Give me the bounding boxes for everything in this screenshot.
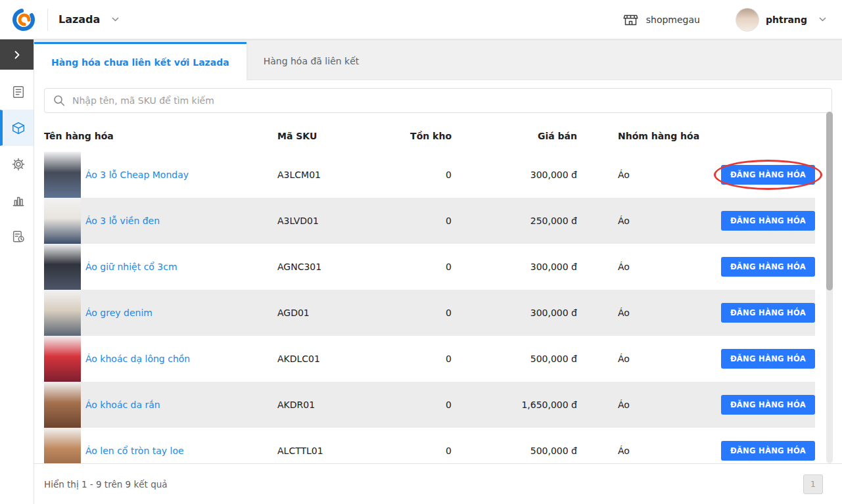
sidebar-item-transactions[interactable]: [0, 218, 34, 254]
product-name-link[interactable]: Áo 3 lỗ viền đen: [85, 216, 160, 226]
sidebar-item-reports[interactable]: [0, 182, 34, 218]
product-thumbnail: [44, 198, 81, 244]
price-cell: 250,000 đ: [452, 216, 577, 226]
sku-cell: AKDR01: [277, 400, 402, 410]
table-header-row: Tên hàng hóa Mã SKU Tồn kho Giá bán Nhóm…: [44, 120, 815, 152]
action-cell: ĐĂNG HÀNG HÓA: [716, 349, 815, 369]
publish-button-wrap: ĐĂNG HÀNG HÓA: [721, 349, 815, 369]
store-name: shopmegau: [646, 14, 700, 25]
action-cell: ĐĂNG HÀNG HÓA: [716, 257, 815, 277]
table-row: Áo len cổ tròn tay loe ALCTTL01 0 500,00…: [44, 428, 815, 463]
main-area: Hàng hóa chưa liên kết với Lazada Hàng h…: [34, 39, 842, 504]
gear-icon: [11, 157, 26, 172]
tab-bar: Hàng hóa chưa liên kết với Lazada Hàng h…: [34, 39, 842, 80]
sidebar-item-products[interactable]: [0, 110, 34, 146]
topbar-right: shopmegau phtrang: [623, 8, 826, 32]
publish-button-wrap: ĐĂNG HÀNG HÓA: [721, 211, 815, 231]
table-row: Áo khoác dạ lông chồn AKDLC01 0 500,000 …: [44, 336, 815, 382]
table-row: Áo grey denim AGD01 0 300,000 đ Áo ĐĂNG …: [44, 290, 815, 336]
stock-cell: 0: [402, 446, 452, 456]
action-cell: ĐĂNG HÀNG HÓA: [716, 395, 815, 415]
user-menu[interactable]: phtrang: [736, 8, 826, 32]
channel-selector[interactable]: Lazada: [58, 13, 119, 26]
column-header-price: Giá bán: [452, 131, 577, 141]
stock-cell: 0: [402, 400, 452, 410]
product-thumbnail: [44, 152, 81, 198]
table-row: Áo khoác da rắn AKDR01 0 1,650,000 đ Áo …: [44, 382, 815, 428]
publish-button[interactable]: ĐĂNG HÀNG HÓA: [721, 441, 815, 461]
sidebar: [0, 39, 34, 504]
scrollbar-track[interactable]: [826, 112, 833, 463]
action-cell: ĐĂNG HÀNG HÓA: [716, 441, 815, 461]
package-icon: [11, 121, 26, 135]
publish-button-wrap: ĐĂNG HÀNG HÓA: [721, 395, 815, 415]
publish-button[interactable]: ĐĂNG HÀNG HÓA: [721, 211, 815, 231]
page-title: Lazada: [58, 13, 100, 26]
price-cell: 500,000 đ: [452, 446, 577, 456]
action-cell: ĐĂNG HÀNG HÓA: [716, 303, 815, 323]
product-cell: Áo len cổ tròn tay loe: [44, 428, 277, 463]
product-cell: Áo giữ nhiệt cổ 3cm: [44, 244, 277, 290]
app-window: Lazada shopmegau phtrang: [0, 0, 842, 504]
group-cell: Áo: [577, 354, 716, 364]
publish-button[interactable]: ĐĂNG HÀNG HÓA: [721, 395, 815, 415]
product-thumbnail: [44, 244, 81, 290]
product-cell: Áo khoác da rắn: [44, 382, 277, 428]
column-header-name: Tên hàng hóa: [44, 131, 277, 141]
price-cell: 1,650,000 đ: [452, 400, 577, 410]
tab-unlinked-products[interactable]: Hàng hóa chưa liên kết với Lazada: [34, 42, 246, 80]
sidebar-expand-button[interactable]: [0, 39, 34, 70]
sidebar-item-invoices[interactable]: [0, 74, 34, 110]
products-table: Tên hàng hóa Mã SKU Tồn kho Giá bán Nhóm…: [44, 120, 815, 463]
stock-cell: 0: [402, 262, 452, 272]
avatar: [736, 8, 759, 32]
product-cell: Áo grey denim: [44, 290, 277, 336]
publish-button-wrap: ĐĂNG HÀNG HÓA: [721, 441, 815, 461]
search-bar: [44, 88, 832, 113]
chevron-down-icon: [112, 17, 119, 22]
tab-linked-products[interactable]: Hàng hóa đã liên kết: [246, 43, 377, 80]
group-cell: Áo: [577, 170, 716, 180]
column-header-group: Nhóm hàng hóa: [577, 131, 716, 141]
content-panel: Tên hàng hóa Mã SKU Tồn kho Giá bán Nhóm…: [34, 80, 842, 463]
results-summary: Hiển thị 1 - 9 trên 9 kết quả: [44, 479, 168, 490]
store-info: shopmegau: [623, 12, 700, 26]
product-name-link[interactable]: Áo grey denim: [85, 308, 152, 318]
group-cell: Áo: [577, 216, 716, 226]
product-cell: Áo 3 lỗ viền đen: [44, 198, 277, 244]
group-cell: Áo: [577, 308, 716, 318]
column-header-sku: Mã SKU: [277, 131, 402, 141]
action-cell: ĐĂNG HÀNG HÓA: [716, 165, 815, 185]
scrollbar-thumb[interactable]: [826, 112, 833, 290]
sku-cell: ALCTTL01: [277, 446, 402, 456]
stock-cell: 0: [402, 170, 452, 180]
publish-button[interactable]: ĐĂNG HÀNG HÓA: [721, 165, 815, 185]
price-cell: 500,000 đ: [452, 354, 577, 364]
search-input[interactable]: [72, 95, 823, 106]
bar-chart-icon: [11, 193, 26, 208]
publish-button-wrap: ĐĂNG HÀNG HÓA: [721, 303, 815, 323]
publish-button[interactable]: ĐĂNG HÀNG HÓA: [721, 349, 815, 369]
publish-button-wrap: ĐĂNG HÀNG HÓA: [721, 165, 815, 185]
chevron-right-icon: [14, 51, 20, 59]
page-1-button[interactable]: 1: [803, 474, 823, 494]
product-thumbnail: [44, 336, 81, 382]
sidebar-nav: [0, 70, 34, 254]
publish-button[interactable]: ĐĂNG HÀNG HÓA: [721, 303, 815, 323]
publish-button-wrap: ĐĂNG HÀNG HÓA: [721, 257, 815, 277]
table-row: Áo 3 lỗ viền đen A3LVD01 0 250,000 đ Áo …: [44, 198, 815, 244]
product-name-link[interactable]: Áo giữ nhiệt cổ 3cm: [85, 262, 177, 272]
sidebar-item-settings[interactable]: [0, 146, 34, 182]
group-cell: Áo: [577, 446, 716, 456]
stock-cell: 0: [402, 354, 452, 364]
product-name-link[interactable]: Áo khoác da rắn: [85, 400, 160, 410]
product-name-link[interactable]: Áo khoác dạ lông chồn: [85, 354, 190, 364]
sku-cell: A3LVD01: [277, 216, 402, 226]
invoice-icon: [11, 85, 26, 99]
product-name-link[interactable]: Áo len cổ tròn tay loe: [85, 446, 184, 456]
sku-cell: AGD01: [277, 308, 402, 318]
publish-button[interactable]: ĐĂNG HÀNG HÓA: [721, 257, 815, 277]
username: phtrang: [766, 14, 807, 25]
product-name-link[interactable]: Áo 3 lỗ Cheap Monday: [85, 170, 189, 180]
price-cell: 300,000 đ: [452, 262, 577, 272]
